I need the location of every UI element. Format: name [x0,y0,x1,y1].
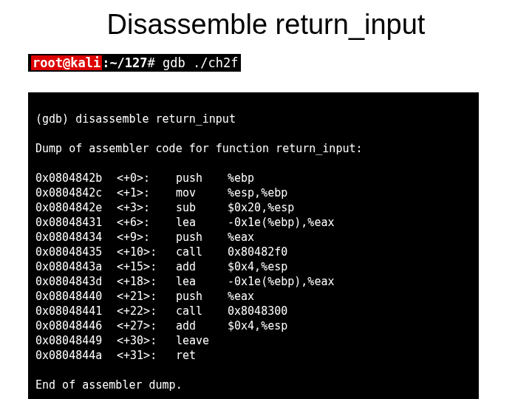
asm-mnemonic: lea [176,215,228,230]
asm-addr: 0x0804843a [35,259,117,274]
asm-mnemonic: ret [176,348,228,363]
asm-addr: 0x0804842b [35,171,117,185]
asm-offset: <+31>: [117,348,176,363]
asm-mnemonic: add [176,318,228,333]
asm-args: %ebp [228,171,471,185]
asm-mnemonic: push [176,230,228,245]
asm-row: 0x0804842b<+0>:push%ebp [35,171,471,185]
gdb-output: (gdb) disassemble return_input Dump of a… [28,92,479,399]
asm-addr: 0x0804843d [35,274,117,289]
asm-args: %eax [228,289,471,304]
asm-addr: 0x08048449 [35,333,117,348]
shell-prompt-line: root@kali:~/127# gdb ./ch2f [28,54,241,72]
asm-addr: 0x0804842e [35,200,117,215]
asm-mnemonic: push [176,289,228,304]
asm-args: -0x1e(%ebp),%eax [228,274,471,289]
asm-offset: <+15>: [117,259,176,274]
asm-args: -0x1e(%ebp),%eax [228,215,471,230]
asm-addr: 0x08048435 [35,245,117,259]
asm-offset: <+0>: [117,171,176,185]
asm-mnemonic: mov [176,185,228,200]
asm-mnemonic: call [176,304,228,318]
asm-addr: 0x08048446 [35,318,117,333]
asm-args [228,333,471,348]
asm-row: 0x08048435<+10>:call0x80482f0 [35,245,471,259]
asm-row: 0x0804842e<+3>:sub$0x20,%esp [35,200,471,215]
asm-args: %eax [228,230,471,245]
asm-row: 0x08048431<+6>:lea-0x1e(%ebp),%eax [35,215,471,230]
gdb-end-line: End of assembler dump. [35,378,471,392]
prompt-hash: # [148,55,155,70]
asm-offset: <+10>: [117,245,176,259]
asm-row: 0x0804842c<+1>:mov%esp,%ebp [35,185,471,200]
asm-row: 0x0804843d<+18>:lea-0x1e(%ebp),%eax [35,274,471,289]
asm-offset: <+3>: [117,200,176,215]
asm-offset: <+22>: [117,304,176,318]
prompt-path: ~/127 [109,55,147,70]
asm-args: 0x80482f0 [228,245,471,259]
asm-offset: <+21>: [117,289,176,304]
asm-addr: 0x08048431 [35,215,117,230]
asm-args: $0x4,%esp [228,318,471,333]
gdb-dump-header: Dump of assembler code for function retu… [35,141,471,156]
slide-title: Disassemble return_input [0,9,532,41]
asm-mnemonic: add [176,259,228,274]
asm-offset: <+30>: [117,333,176,348]
asm-row: 0x08048441<+22>:call0x8048300 [35,304,471,318]
asm-row: 0x0804844a<+31>:ret [35,348,471,363]
asm-offset: <+27>: [117,318,176,333]
asm-offset: <+6>: [117,215,176,230]
asm-addr: 0x0804844a [35,348,117,363]
asm-row: 0x08048446<+27>:add$0x4,%esp [35,318,471,333]
asm-mnemonic: sub [176,200,228,215]
asm-args: %esp,%ebp [228,185,471,200]
asm-mnemonic: leave [176,333,228,348]
asm-mnemonic: call [176,245,228,259]
terminal-area: root@kali:~/127# gdb ./ch2f (gdb) disass… [28,54,504,399]
asm-mnemonic: lea [176,274,228,289]
asm-args: $0x20,%esp [228,200,471,215]
asm-row: 0x0804843a<+15>:add$0x4,%esp [35,259,471,274]
asm-args: 0x8048300 [228,304,471,318]
asm-offset: <+18>: [117,274,176,289]
asm-offset: <+9>: [117,230,176,245]
prompt-user-host: root@kali [31,55,102,70]
asm-offset: <+1>: [117,185,176,200]
asm-row: 0x08048434<+9>:push%eax [35,230,471,245]
asm-args [228,348,471,363]
gdb-disas-cmd: (gdb) disassemble return_input [35,112,471,126]
prompt-command: gdb ./ch2f [155,55,239,70]
asm-addr: 0x08048434 [35,230,117,245]
prompt-colon: : [102,55,109,70]
asm-mnemonic: push [176,171,228,185]
asm-row: 0x08048440<+21>:push%eax [35,289,471,304]
asm-row: 0x08048449<+30>:leave [35,333,471,348]
asm-args: $0x4,%esp [228,259,471,274]
asm-addr: 0x08048441 [35,304,117,318]
asm-addr: 0x08048440 [35,289,117,304]
asm-addr: 0x0804842c [35,185,117,200]
